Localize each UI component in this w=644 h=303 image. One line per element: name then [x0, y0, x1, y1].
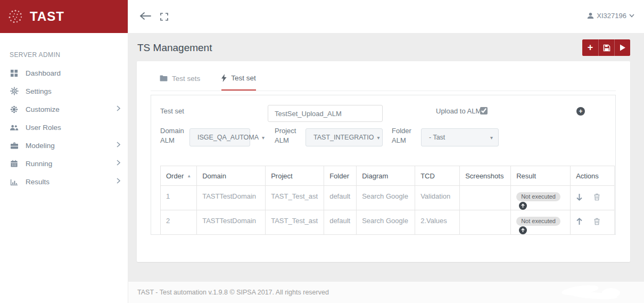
- sidebar-item-customize[interactable]: Customize: [0, 100, 128, 118]
- upload-result-circle-icon[interactable]: [519, 226, 527, 234]
- sidebar-item-label: Running: [26, 160, 52, 168]
- add-row-plus-circle-icon[interactable]: +: [576, 107, 585, 116]
- caret-down-icon: ▾: [377, 135, 379, 141]
- test-set-input[interactable]: [268, 105, 383, 122]
- main-content: TS Management +: [128, 33, 644, 282]
- cell-diagram: Search Google: [357, 210, 415, 235]
- cell-actions: [571, 186, 615, 210]
- toolbar: +: [582, 39, 630, 56]
- fullscreen-icon[interactable]: [160, 13, 168, 21]
- column-header-order[interactable]: Order▲: [161, 166, 197, 186]
- table-row: 2 TASTTestDomain TAST_Test_ast default S…: [161, 210, 615, 235]
- delete-trash-icon[interactable]: [593, 193, 600, 201]
- move-up-icon[interactable]: [576, 218, 583, 225]
- sidebar-item-label: User Roles: [26, 124, 61, 132]
- cell-project: TAST_Test_ast: [266, 186, 324, 210]
- domain-alm-value: ISGE_QA_AUTOMA: [197, 134, 259, 141]
- cell-diagram: Search Google: [357, 186, 415, 210]
- bar-chart-icon: [10, 177, 19, 186]
- cell-folder: default: [324, 186, 357, 210]
- play-icon: [620, 44, 626, 51]
- save-button[interactable]: [598, 39, 614, 56]
- cell-result: Not executed: [511, 186, 571, 210]
- tab-test-sets[interactable]: Test sets: [160, 74, 200, 90]
- brand-header[interactable]: TAST: [0, 0, 128, 33]
- caret-down-icon: ▾: [262, 135, 265, 141]
- sidebar: TAST SERVER ADMIN Dashboard Settings Cus…: [0, 0, 128, 303]
- run-button[interactable]: [614, 39, 630, 56]
- chevron-right-icon: [117, 142, 120, 148]
- column-header-actions[interactable]: Actions: [571, 166, 615, 186]
- domain-alm-select[interactable]: ISGE_QA_AUTOMA ▾: [189, 128, 250, 146]
- chevron-right-icon: [117, 160, 120, 166]
- tab-label: Test sets: [172, 75, 200, 83]
- sort-asc-icon: ▲: [187, 174, 191, 178]
- footer: TAST - Test automation v.1.9.8 © SIPSA 2…: [128, 282, 644, 303]
- column-header-tcd[interactable]: TCD: [415, 166, 460, 186]
- footer-text: TAST - Test automation v.1.9.8 © SIPSA 2…: [137, 289, 329, 296]
- sidebar-item-dashboard[interactable]: Dashboard: [0, 64, 128, 82]
- sidebar-section-title: SERVER ADMIN: [10, 51, 128, 59]
- caret-down-icon: ▾: [490, 135, 493, 141]
- column-header-result[interactable]: Result: [511, 166, 571, 186]
- back-arrow-icon[interactable]: [139, 12, 151, 20]
- project-alm-select[interactable]: TAST_INTEGRATIO ▾: [306, 128, 383, 146]
- cell-folder: default: [324, 210, 357, 235]
- header-label: Order: [166, 172, 184, 180]
- table-header-row: Order▲ Domain Project Folder Diagram TCD…: [161, 166, 615, 186]
- domain-alm-label: Domain ALM: [160, 126, 184, 145]
- ts-management-card: Test sets Test set Test set Upload to AL…: [137, 61, 630, 262]
- brand-name: TAST: [30, 9, 64, 24]
- flower-gear-icon: [10, 105, 19, 114]
- column-header-folder[interactable]: Folder: [324, 166, 357, 186]
- label-line: ALM: [160, 136, 175, 144]
- test-set-form-panel: Test set Upload to ALM + Domain ALM ISGE…: [151, 95, 616, 235]
- chevron-right-icon: [117, 105, 120, 111]
- gear-icon: [10, 87, 19, 96]
- sidebar-item-label: Settings: [26, 87, 52, 95]
- test-set-label: Test set: [160, 107, 184, 115]
- status-badge: Not executed: [516, 192, 560, 201]
- cell-domain: TASTTestDomain: [197, 186, 266, 210]
- upload-to-alm-label: Upload to ALM: [436, 107, 481, 115]
- cell-domain: TASTTestDomain: [197, 210, 266, 235]
- move-down-icon[interactable]: [576, 193, 583, 201]
- sidebar-item-user-roles[interactable]: User Roles: [0, 118, 128, 136]
- sidebar-item-label: Dashboard: [26, 69, 61, 77]
- cell-order: 1: [161, 186, 197, 210]
- upload-result-circle-icon[interactable]: [519, 202, 527, 210]
- folder-alm-select[interactable]: - Tast ▾: [421, 128, 499, 146]
- cell-result: Not executed: [511, 210, 571, 235]
- tab-test-set[interactable]: Test set: [221, 74, 256, 91]
- sidebar-item-settings[interactable]: Settings: [0, 82, 128, 100]
- test-set-table: Order▲ Domain Project Folder Diagram TCD…: [160, 166, 615, 235]
- upload-to-alm-checkbox[interactable]: [480, 107, 488, 114]
- tast-dotted-globe-icon: [7, 9, 23, 24]
- user-menu[interactable]: XI327196: [587, 12, 634, 20]
- cell-project: TAST_Test_ast: [266, 210, 324, 235]
- cell-screenshots: [460, 210, 511, 235]
- status-badge: Not executed: [516, 217, 560, 226]
- label-line: Project: [275, 127, 296, 135]
- folder-alm-value: - Tast: [429, 134, 445, 141]
- column-header-screenshots[interactable]: Screenshots: [460, 166, 511, 186]
- delete-trash-icon[interactable]: [593, 218, 600, 225]
- sidebar-item-running[interactable]: Running: [0, 154, 128, 173]
- folder-alm-label: Folder ALM: [392, 126, 411, 145]
- username: XI327196: [597, 12, 626, 20]
- sidebar-item-label: Customize: [26, 105, 60, 113]
- plus-icon: +: [588, 43, 593, 53]
- project-alm-label: Project ALM: [275, 126, 296, 145]
- table-row: 1 TASTTestDomain TAST_Test_ast default S…: [161, 186, 615, 210]
- cell-order: 2: [161, 210, 197, 235]
- sidebar-item-results[interactable]: Results: [0, 173, 128, 191]
- column-header-project[interactable]: Project: [266, 166, 324, 186]
- cell-screenshots: [460, 186, 511, 210]
- column-header-diagram[interactable]: Diagram: [357, 166, 415, 186]
- save-floppy-icon: [603, 44, 610, 52]
- add-button[interactable]: +: [582, 39, 598, 56]
- column-header-domain[interactable]: Domain: [197, 166, 266, 186]
- user-icon: [587, 12, 594, 19]
- cell-tcd: 2.Values: [415, 210, 460, 235]
- sidebar-item-modeling[interactable]: Modeling: [0, 136, 128, 154]
